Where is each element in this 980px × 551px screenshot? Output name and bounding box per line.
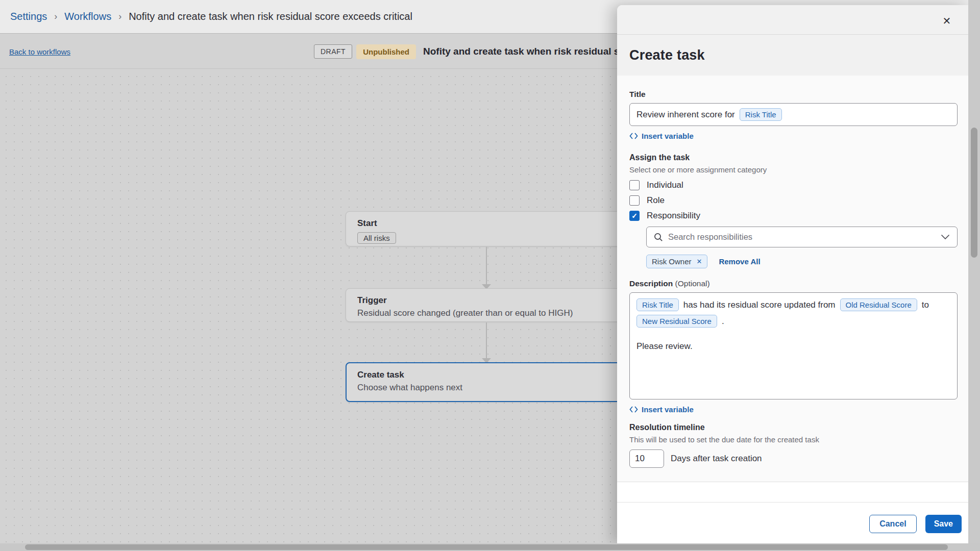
risk-title-variable-chip[interactable]: Risk Title xyxy=(740,108,782,121)
drawer-header: Create task xyxy=(617,35,968,76)
checkbox-label: Role xyxy=(647,195,665,206)
drawer-title: Create task xyxy=(629,47,705,63)
insert-variable-link[interactable]: Insert variable xyxy=(629,405,694,414)
chevron-down-icon[interactable] xyxy=(941,234,950,240)
node-title: Trigger xyxy=(357,295,620,306)
back-to-workflows-link[interactable]: Back to workflows xyxy=(9,47,70,56)
code-brackets-icon xyxy=(629,133,638,139)
checkbox-individual[interactable]: Individual xyxy=(629,179,958,191)
close-icon[interactable]: ✕ xyxy=(942,16,952,26)
node-title: Create task xyxy=(357,370,620,380)
search-placeholder: Search responsibilities xyxy=(668,232,936,242)
assign-task-helper: Select one or more assignment category xyxy=(629,165,958,174)
resolution-timeline-label: Resolution timeline xyxy=(629,423,958,432)
description-text: Please review. xyxy=(636,341,950,352)
checkbox-unchecked-icon[interactable] xyxy=(629,195,640,206)
chip-label: Risk Owner xyxy=(652,257,692,266)
insert-variable-label: Insert variable xyxy=(642,405,694,414)
resolution-row: Days after task creation xyxy=(629,449,958,468)
horizontal-scrollbar[interactable] xyxy=(0,543,980,551)
horizontal-scrollbar-thumb[interactable] xyxy=(25,544,948,550)
resolution-timeline-helper: This will be used to set the due date fo… xyxy=(629,435,958,444)
cancel-button[interactable]: Cancel xyxy=(869,515,916,533)
days-input[interactable] xyxy=(629,449,664,468)
code-brackets-icon xyxy=(629,406,638,413)
chevron-right-icon: › xyxy=(54,11,57,22)
insert-variable-link[interactable]: Insert variable xyxy=(629,132,694,140)
drawer-top-bar: ✕ xyxy=(617,5,968,35)
description-optional: (Optional) xyxy=(675,279,710,288)
node-subtitle: Choose what happens next xyxy=(357,383,620,393)
description-label-strong: Description xyxy=(629,279,673,288)
search-responsibilities-select[interactable]: Search responsibilities xyxy=(646,227,958,247)
days-after-label: Days after task creation xyxy=(671,454,762,464)
drawer-footer: Cancel Save xyxy=(617,503,968,544)
chevron-right-icon: › xyxy=(118,11,121,22)
description-label: Description (Optional) xyxy=(629,279,958,288)
search-icon xyxy=(654,233,663,242)
task-title-input[interactable]: Review inherent score for Risk Title xyxy=(629,103,958,126)
risk-title-variable-chip[interactable]: Risk Title xyxy=(636,298,679,311)
description-text: has had its residual score updated from xyxy=(683,300,836,310)
start-node[interactable]: Start All risks xyxy=(346,211,631,246)
workflow-editor: Settings › Workflows › Nofity and create… xyxy=(0,0,980,551)
trigger-node[interactable]: Trigger Residual score changed (greater … xyxy=(346,288,631,322)
node-subtitle: Residual score changed (greater than or … xyxy=(357,308,620,318)
checkbox-role[interactable]: Role xyxy=(629,194,958,207)
create-task-node[interactable]: Create task Choose what happens next xyxy=(346,362,631,402)
new-residual-score-variable-chip[interactable]: New Residual Score xyxy=(636,315,717,328)
assignment-category-list: Individual Role ✓ Responsibility xyxy=(629,179,958,222)
connector-line xyxy=(486,247,487,284)
checkbox-responsibility[interactable]: ✓ Responsibility xyxy=(629,210,958,222)
title-field-label: Title xyxy=(629,90,958,99)
remove-all-link[interactable]: Remove All xyxy=(719,257,760,266)
breadcrumb-workflows[interactable]: Workflows xyxy=(64,11,111,22)
unpublished-badge: Unpublished xyxy=(356,44,416,59)
breadcrumb-settings[interactable]: Settings xyxy=(10,11,47,22)
drawer-footer-spacer xyxy=(617,482,968,503)
description-line: Risk Title has had its residual score up… xyxy=(636,298,950,311)
checkbox-unchecked-icon[interactable] xyxy=(629,180,640,190)
vertical-scrollbar[interactable] xyxy=(968,0,980,551)
checkbox-label: Responsibility xyxy=(647,211,700,221)
checkbox-label: Individual xyxy=(647,180,683,190)
connector-line xyxy=(486,322,487,358)
checkbox-checked-icon[interactable]: ✓ xyxy=(629,211,640,221)
assign-task-label: Assign the task xyxy=(629,153,958,162)
risk-owner-chip: Risk Owner ✕ xyxy=(646,255,707,268)
node-title: Start xyxy=(357,218,620,229)
create-task-drawer: ✕ Create task Title Review inherent scor… xyxy=(617,5,968,544)
old-residual-score-variable-chip[interactable]: Old Residual Score xyxy=(840,298,917,311)
selected-responsibilities-row: Risk Owner ✕ Remove All xyxy=(646,255,958,268)
remove-chip-icon[interactable]: ✕ xyxy=(697,258,702,265)
insert-variable-label: Insert variable xyxy=(642,132,694,140)
all-risks-chip: All risks xyxy=(357,232,396,244)
breadcrumb-current: Nofity and create task when risk residua… xyxy=(129,11,412,22)
description-text: . xyxy=(722,316,724,327)
vertical-scrollbar-thumb[interactable] xyxy=(971,128,977,258)
task-title-value: Review inherent score for xyxy=(636,110,735,120)
description-line: New Residual Score . xyxy=(636,315,950,328)
drawer-body: Title Review inherent score for Risk Tit… xyxy=(617,76,968,482)
description-textarea[interactable]: Risk Title has had its residual score up… xyxy=(629,292,958,399)
save-button[interactable]: Save xyxy=(925,515,962,533)
description-text: to xyxy=(922,300,929,310)
draft-badge: DRAFT xyxy=(314,44,352,59)
